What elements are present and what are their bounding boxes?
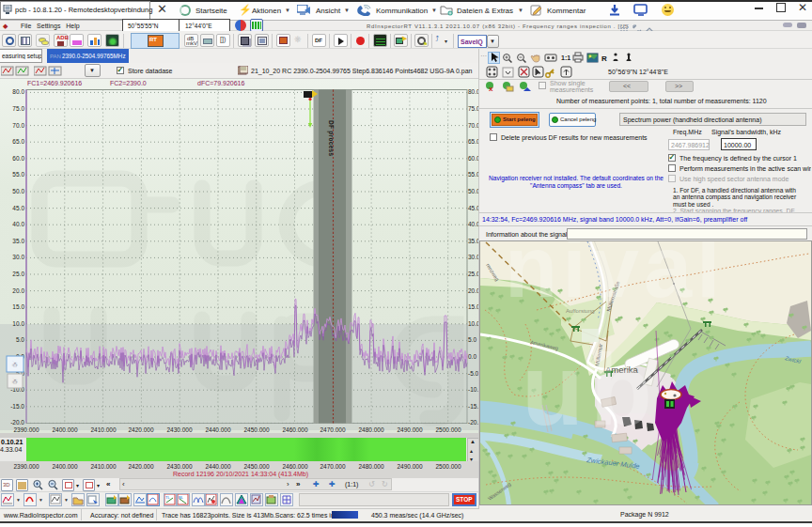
svg-text:5.0: 5.0 [16, 336, 24, 343]
svg-text:50.0: 50.0 [12, 188, 24, 194]
svg-text:2390.000: 2390.000 [13, 426, 39, 433]
svg-text:75.0: 75.0 [12, 105, 24, 112]
svg-text:-5.0: -5.0 [468, 370, 479, 377]
svg-text:70.0: 70.0 [12, 122, 24, 129]
svg-text:30.0: 30.0 [12, 254, 24, 260]
svg-text:2480.000: 2480.000 [358, 426, 383, 433]
svg-text:60.0: 60.0 [12, 155, 24, 162]
svg-text:R: R [601, 54, 607, 63]
svg-text:2410.000: 2410.000 [90, 426, 116, 433]
svg-text:-15.0: -15.0 [10, 403, 24, 410]
svg-text:2470.000: 2470.000 [320, 426, 345, 433]
svg-text:5.0: 5.0 [468, 336, 476, 343]
svg-text:2450.000: 2450.000 [243, 426, 269, 433]
svg-text:2400.000: 2400.000 [52, 426, 77, 433]
svg-text:45.0: 45.0 [12, 205, 24, 211]
svg-text:nival: nival [505, 241, 726, 315]
svg-text:65.0: 65.0 [12, 138, 24, 145]
svg-text:20.0: 20.0 [12, 287, 24, 294]
svg-text:55.0: 55.0 [12, 171, 24, 178]
svg-text:2490.000: 2490.000 [397, 426, 422, 433]
svg-text:☃: ☃ [11, 377, 18, 386]
svg-text:10.0: 10.0 [12, 320, 24, 327]
svg-text:☃: ☃ [11, 360, 18, 369]
svg-text:2420.000: 2420.000 [128, 426, 153, 433]
svg-text:0.0: 0.0 [468, 353, 476, 360]
svg-text:DF process: DF process [327, 120, 335, 156]
svg-text:15.0: 15.0 [12, 303, 24, 310]
svg-text:80.0: 80.0 [12, 88, 24, 95]
svg-text:FC1=2469.920616: FC1=2469.920616 [27, 80, 82, 86]
svg-text:2430.000: 2430.000 [166, 426, 192, 433]
svg-text:x: x [489, 85, 493, 92]
svg-text:FC2=2390.0: FC2=2390.0 [110, 80, 147, 86]
svg-text:1:1: 1:1 [561, 54, 570, 61]
svg-text:2440.000: 2440.000 [205, 426, 230, 433]
svg-text:-20.0: -20.0 [10, 419, 24, 426]
svg-text:40.0: 40.0 [12, 221, 24, 227]
svg-text:2460.000: 2460.000 [282, 426, 307, 433]
svg-text:25.0: 25.0 [12, 271, 24, 277]
svg-text:35.0: 35.0 [12, 238, 24, 244]
svg-text:dFC=79.920616: dFC=79.920616 [197, 80, 245, 86]
svg-text:ub: ub [522, 333, 659, 446]
svg-text:2500.000: 2500.000 [435, 426, 461, 433]
svg-text:TL: TL [165, 495, 170, 500]
